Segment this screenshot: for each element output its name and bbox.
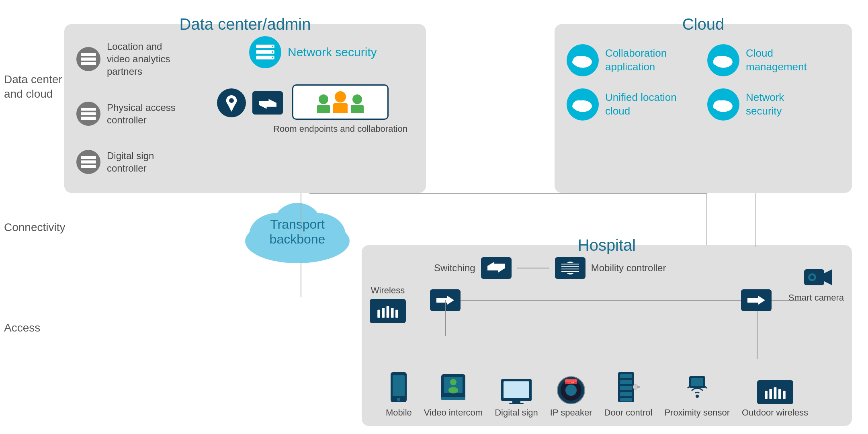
svg-rect-3 — [81, 108, 96, 111]
item-network-security-cloud: Networksecurity — [707, 88, 840, 121]
person-orange — [333, 91, 348, 113]
connectivity-label: Connectivity — [4, 221, 66, 234]
svg-rect-76 — [620, 380, 632, 384]
item-location-analytics: Location andvideo analyticspartners — [76, 40, 176, 78]
svg-rect-87 — [774, 387, 776, 399]
main-container: Data centerand cloud Connectivity Access… — [0, 0, 868, 434]
svg-rect-45 — [377, 310, 380, 318]
svg-point-25 — [713, 59, 721, 66]
label-collaboration: Collaborationapplication — [605, 47, 667, 74]
proximity-sensor-icon — [683, 372, 711, 404]
right-switch — [741, 289, 772, 311]
label-door-control: Door control — [604, 407, 653, 418]
room-endpoints-label: Room endpoints and collaboration — [273, 124, 407, 134]
hospital-title: Hospital — [578, 236, 636, 254]
line-cloud-top — [309, 193, 707, 194]
svg-rect-1 — [81, 57, 96, 61]
dc-cloud-label: Data centerand cloud — [4, 72, 62, 102]
line-dc-to-transport — [301, 193, 301, 237]
svg-rect-57 — [393, 375, 405, 396]
outdoor-wireless-icon — [757, 380, 793, 404]
room-endpoints-box — [292, 84, 389, 120]
label-physical-access: Physical accesscontroller — [107, 101, 176, 126]
svg-rect-48 — [391, 308, 394, 318]
label-unified-location: Unified locationcloud — [605, 91, 677, 118]
svg-rect-63 — [441, 397, 465, 400]
smart-camera-icon — [800, 265, 832, 289]
cloud-icon-unified — [567, 88, 599, 121]
svg-rect-85 — [765, 391, 768, 399]
line-switch-mobility — [517, 268, 549, 268]
svg-point-61 — [450, 379, 457, 385]
label-mobile: Mobile — [386, 407, 412, 418]
svg-rect-5 — [81, 117, 96, 120]
svg-rect-4 — [81, 112, 96, 115]
line-transport-to-hospital — [301, 261, 301, 297]
svg-rect-86 — [769, 389, 772, 399]
device-door-control: Door control — [604, 372, 653, 418]
svg-rect-2 — [81, 62, 96, 65]
v-line-right-switch — [757, 311, 757, 359]
svg-rect-49 — [395, 310, 398, 318]
svg-rect-7 — [81, 160, 96, 164]
svg-rect-89 — [783, 391, 786, 399]
svg-rect-84 — [691, 378, 703, 386]
smart-camera-label: Smart camera — [788, 293, 844, 303]
svg-point-70 — [565, 385, 577, 396]
svg-point-58 — [397, 398, 400, 401]
svg-point-62 — [448, 387, 458, 393]
v-line-wireless — [445, 300, 446, 336]
svg-rect-67 — [509, 403, 524, 404]
network-security-label: Network security — [288, 45, 377, 59]
label-digital-sign: Digital sign — [495, 407, 538, 418]
video-intercom-icon — [439, 372, 467, 404]
device-row: Mobile Video intercom — [386, 372, 808, 418]
mobile-icon — [389, 372, 409, 404]
svg-rect-47 — [387, 306, 389, 318]
mobility-controller-label: Mobility controller — [591, 262, 666, 274]
transport-backbone-group: Transportbackbone — [241, 197, 354, 265]
svg-rect-65 — [504, 381, 529, 398]
access-label: Access — [4, 321, 40, 334]
smart-camera-group: Smart camera — [788, 265, 844, 303]
cloud-items-grid: Collaborationapplication Cloudmanagement — [567, 36, 840, 121]
svg-marker-53 — [824, 269, 832, 285]
door-control-icon — [616, 372, 640, 404]
network-security-item: Network security — [249, 36, 377, 68]
server-icon-3 — [76, 150, 100, 174]
svg-rect-46 — [382, 308, 385, 318]
svg-marker-51 — [747, 296, 765, 305]
label-video-intercom: Video intercom — [424, 407, 483, 418]
server-icon-1 — [76, 47, 100, 71]
cloud-icon-security — [707, 88, 739, 121]
item-digital-sign: Digital signcontroller — [76, 149, 176, 174]
svg-point-12 — [271, 45, 273, 47]
data-center-title: Data center/admin — [180, 15, 311, 33]
mobility-controller-icon — [555, 257, 585, 279]
device-proximity-sensor: Proximity sensor — [664, 372, 730, 418]
item-cloud-management: Cloudmanagement — [707, 44, 840, 76]
wireless-label: Wireless — [371, 285, 405, 296]
svg-rect-78 — [620, 392, 632, 396]
svg-rect-0 — [81, 53, 96, 56]
right-switch-icon — [741, 289, 772, 311]
ip-speaker-icon: 11:54 — [557, 376, 585, 404]
svg-point-82 — [696, 395, 699, 398]
label-digital-sign: Digital signcontroller — [107, 149, 154, 174]
cloud-title: Cloud — [682, 15, 725, 33]
svg-point-13 — [271, 51, 273, 53]
person-green-2 — [351, 94, 364, 113]
digital-sign-icon — [500, 378, 532, 404]
svg-rect-88 — [778, 389, 781, 399]
device-digital-sign: Digital sign — [495, 378, 538, 418]
cloud-icon-collaboration — [567, 44, 599, 76]
label-cloud-management: Cloudmanagement — [746, 47, 807, 74]
svg-rect-79 — [620, 398, 632, 401]
svg-point-55 — [810, 275, 814, 279]
device-outdoor-wireless: Outdoor wireless — [742, 380, 808, 418]
svg-rect-75 — [620, 374, 632, 378]
wireless-icon — [370, 299, 406, 323]
svg-point-16 — [229, 98, 234, 103]
svg-rect-8 — [81, 165, 96, 168]
network-security-icon — [249, 36, 281, 68]
